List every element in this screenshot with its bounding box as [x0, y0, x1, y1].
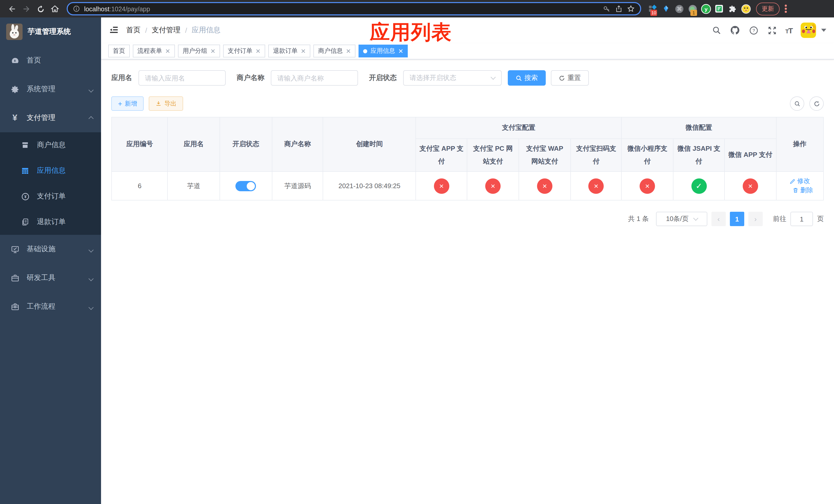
close-icon[interactable]: ✕ — [210, 48, 215, 54]
cell-alipay-qr: × — [571, 171, 622, 200]
toggle-knob — [247, 182, 255, 190]
edit-link[interactable]: 修改 — [790, 177, 810, 186]
breadcrumb-home[interactable]: 首页 — [126, 26, 140, 35]
search-icon — [794, 100, 800, 107]
sidebar-item-payment[interactable]: ¥ 支付管理 — [0, 104, 101, 132]
sidebar-item-app-info[interactable]: 应用信息 — [0, 158, 101, 184]
avatar-caret-icon[interactable] — [821, 29, 826, 32]
sidebar-item-dev-tools[interactable]: 研发工具 — [0, 264, 101, 292]
search-button[interactable]: 搜索 — [507, 70, 546, 86]
site-info-icon[interactable] — [73, 5, 80, 12]
kite-icon — [662, 4, 670, 13]
logo-link[interactable]: 芋道管理系统 — [0, 18, 101, 46]
extensions-puzzle-icon[interactable] — [726, 3, 739, 15]
hide-search-button[interactable] — [790, 96, 804, 111]
tab-label: 首页 — [113, 47, 125, 55]
command-icon: ⌘ — [674, 4, 684, 14]
sidebar-item-infrastructure[interactable]: 基础设施 — [0, 235, 101, 264]
browser-refresh-button[interactable] — [34, 2, 47, 15]
share-icon[interactable] — [615, 5, 623, 13]
sidebar-item-merchant-info[interactable]: 商户信息 — [0, 132, 101, 158]
search-icon[interactable] — [711, 25, 722, 36]
merchant-name-input[interactable] — [270, 70, 358, 86]
url-text: localhost:1024/pay/app — [84, 4, 150, 13]
status-cross-icon: × — [589, 178, 604, 193]
app-title: 芋道管理系统 — [28, 27, 71, 37]
sidebar-item-workflow[interactable]: 工作流程 — [0, 292, 101, 321]
export-button[interactable]: 导出 — [149, 96, 183, 111]
browser-menu-button[interactable] — [782, 3, 790, 14]
extension-command-icon[interactable]: ⌘ — [673, 3, 685, 15]
tab-user-group[interactable]: 用户分组✕ — [178, 45, 220, 58]
sidebar-item-refund-order[interactable]: 退款订单 — [0, 209, 101, 235]
tabs-bar: 首页 流程表单✕ 用户分组✕ 支付订单✕ 退款订单✕ 商户信息✕ 应用信息✕ — [101, 43, 834, 60]
search-button-label: 搜索 — [524, 73, 538, 83]
close-icon[interactable]: ✕ — [398, 48, 403, 54]
reset-button[interactable]: 重置 — [551, 70, 589, 86]
app-table: 应用编号 应用名 开启状态 商户名称 创建时间 支付宝配置 微信配置 操作 支付… — [111, 117, 824, 201]
extension-avatar-icon[interactable]: 1 — [686, 3, 699, 15]
chevron-down-icon — [89, 245, 93, 253]
sidebar-item-pay-order[interactable]: ¥ 支付订单 — [0, 184, 101, 209]
page-number-1[interactable]: 1 — [730, 212, 744, 226]
close-icon[interactable]: ✕ — [346, 48, 351, 54]
status-cross-icon: × — [743, 178, 758, 193]
col-merchant: 商户名称 — [272, 117, 323, 171]
status-toggle[interactable] — [236, 181, 256, 191]
tab-home[interactable]: 首页 — [108, 45, 130, 58]
browser-home-button[interactable] — [48, 2, 62, 15]
tab-refund-order[interactable]: 退款订单✕ — [268, 45, 310, 58]
app-name-input[interactable] — [138, 70, 225, 86]
tab-merchant-info[interactable]: 商户信息✕ — [314, 45, 356, 58]
bookmark-star-icon[interactable] — [627, 5, 635, 13]
breadcrumb-payment[interactable]: 支付管理 — [152, 26, 180, 35]
green-v-icon: y — [700, 3, 711, 14]
refresh-table-button[interactable] — [809, 96, 824, 111]
add-button[interactable]: + 新增 — [111, 96, 144, 111]
browser-forward-button[interactable] — [20, 2, 33, 15]
fullscreen-icon[interactable] — [767, 25, 777, 36]
status-select[interactable]: 请选择开启状态 — [403, 70, 501, 86]
help-icon[interactable]: ? — [748, 25, 759, 36]
back-arrow-icon — [7, 4, 16, 13]
delete-link[interactable]: 删除 — [793, 186, 813, 194]
font-size-icon[interactable]: TT — [785, 26, 792, 35]
extension-chat-icon[interactable] — [713, 3, 725, 15]
screen: localhost:1024/pay/app 10 ⌘ 1 y — [0, 0, 834, 504]
cell-created: 2021-10-23 08:49:25 — [323, 171, 416, 200]
browser-profile-avatar[interactable] — [740, 3, 752, 15]
emoji-face-icon — [740, 3, 751, 14]
sidebar-item-system[interactable]: 系统管理 — [0, 75, 101, 104]
breadcrumb-separator: / — [145, 26, 147, 35]
extension-v2ex-icon[interactable]: y — [700, 3, 712, 15]
top-navbar: 首页 / 支付管理 / 应用信息 ? — [101, 18, 834, 43]
sidebar-item-label: 支付订单 — [37, 192, 66, 201]
close-icon[interactable]: ✕ — [165, 48, 170, 54]
sidebar-item-home[interactable]: 首页 — [0, 46, 101, 75]
svg-text:⌘: ⌘ — [677, 6, 682, 12]
page-size-select[interactable]: 10条/页 — [656, 212, 707, 226]
prev-page-button[interactable]: ‹ — [711, 212, 726, 226]
tab-pay-order[interactable]: 支付订单✕ — [223, 45, 265, 58]
close-icon[interactable]: ✕ — [301, 48, 306, 54]
sidebar-item-label: 基础设施 — [27, 245, 56, 254]
delete-label: 删除 — [800, 186, 813, 194]
close-icon[interactable]: ✕ — [256, 48, 261, 54]
extension-tabsuspender-icon[interactable]: 10 — [646, 3, 659, 15]
cell-merchant: 芋道源码 — [272, 171, 323, 200]
browser-update-button[interactable]: 更新 — [756, 2, 780, 15]
password-key-icon[interactable] — [603, 5, 611, 13]
goto-page-input[interactable] — [790, 212, 813, 226]
url-bar[interactable]: localhost:1024/pay/app — [67, 2, 641, 15]
pencil-icon — [790, 178, 796, 184]
next-page-button[interactable]: › — [748, 212, 763, 226]
github-icon[interactable] — [730, 25, 740, 36]
extension-kite-icon[interactable] — [660, 3, 672, 15]
puzzle-icon — [728, 4, 737, 13]
tab-label: 商户信息 — [318, 47, 343, 55]
tab-app-info[interactable]: 应用信息✕ — [359, 45, 408, 58]
user-avatar[interactable] — [801, 23, 816, 38]
sidebar-collapse-button[interactable] — [109, 25, 119, 36]
tab-process-form[interactable]: 流程表单✕ — [133, 45, 175, 58]
browser-back-button[interactable] — [5, 2, 19, 15]
